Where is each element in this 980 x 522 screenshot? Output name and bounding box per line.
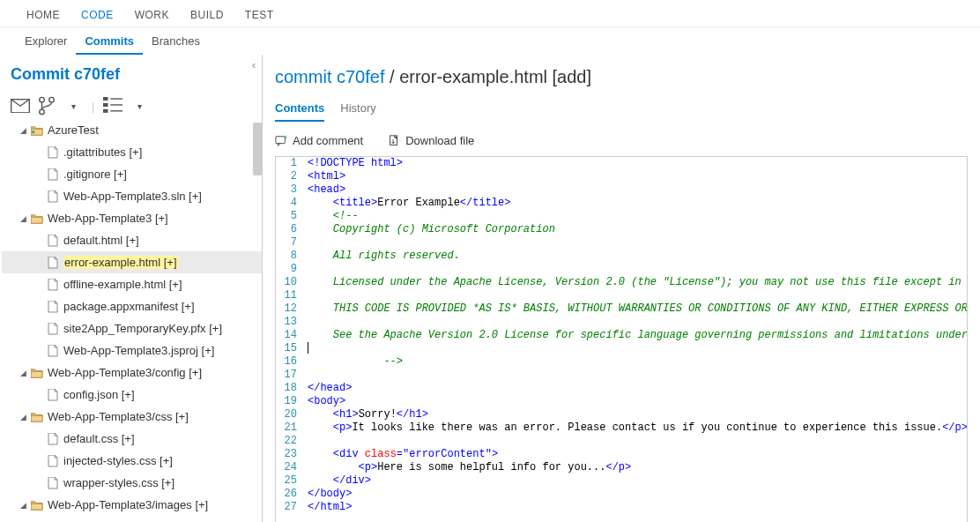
tree-item[interactable]: offline-example.html [+] [2,273,262,295]
tree-twisty-open[interactable]: ◢ [18,501,28,510]
code-line: 7 [276,236,967,250]
collapse-pane-button[interactable]: ‹ [245,58,263,72]
line-number: 19 [276,395,304,408]
code-line: 2<html> [276,170,967,183]
file-actions: + Add comment Download file [263,122,980,156]
line-number: 5 [276,210,304,223]
add-comment-button[interactable]: + Add comment [275,134,363,147]
tab-contents[interactable]: Contents [275,101,324,122]
line-number: 8 [276,250,304,263]
add-comment-label: Add comment [293,134,363,147]
line-number: 25 [276,474,304,488]
mail-icon[interactable] [11,98,30,114]
sub-nav-branches[interactable]: Branches [143,31,209,55]
svg-rect-8 [103,109,108,113]
tree-item[interactable]: ◢Web-App-Template3/images [+] [2,494,262,516]
code-content: <h1>Sorry!</h1> [304,408,967,421]
tree-item[interactable]: site2App_TemporaryKey.pfx [+] [2,317,262,339]
svg-text:+: + [284,135,287,141]
tree-item[interactable]: config.json [+] [2,384,262,406]
tree-item-label: Web-App-Template3 [+] [48,212,168,225]
scrollbar-thumb[interactable] [253,123,262,175]
toolbar-separator: | [90,100,96,113]
svg-rect-15 [31,503,42,510]
tree-item[interactable]: ◢AzureTest [2,119,262,141]
svg-point-2 [49,97,55,102]
code-line: 22 [276,435,967,448]
file-icon [46,432,60,446]
pane-toolbar: ▾ | ▾ [0,93,262,119]
pane-header: Commit c70fef [0,55,262,93]
folder-icon [30,212,44,226]
top-nav-build[interactable]: BUILD [180,5,234,26]
line-number: 2 [276,170,304,183]
sub-nav-explorer[interactable]: Explorer [16,31,76,55]
file-icon [46,145,60,160]
breadcrumb-commit-link[interactable]: commit c70fef [275,67,384,86]
code-content: </head> [304,382,967,395]
code-content: --> [304,355,967,369]
branch-dropdown-icon[interactable]: ▾ [63,98,83,114]
code-content: <div class="errorContent"> [304,448,967,461]
code-content: <title>Error Example</title> [304,197,967,210]
tree-item[interactable]: package.appxmanifest [+] [2,295,262,317]
tree-item[interactable]: default.html [+] [2,229,262,251]
code-line: 3<head> [276,183,967,197]
svg-rect-9 [111,111,123,112]
tree-twisty-open[interactable]: ◢ [18,214,28,223]
sub-nav-commits[interactable]: Commits [76,31,143,55]
top-nav-work[interactable]: WORK [124,5,180,26]
tree-item-label: Web-App-Template3/css [+] [48,410,189,423]
svg-point-1 [40,97,45,102]
branch-icon[interactable] [37,98,56,114]
list-view-dropdown-icon[interactable]: ▾ [130,98,149,114]
tree-item-label: .gitignore [+] [63,168,127,181]
tree-twisty-open[interactable]: ◢ [18,369,28,377]
sub-nav: ExplorerCommitsBranches [0,27,980,55]
code-content: Licensed under the Apache License, Versi… [304,276,967,289]
tree-item[interactable]: ◢Web-App-Template3/css [+] [2,406,262,428]
tree-item-label: .gitattributes [+] [63,145,142,159]
file-icon [46,476,60,490]
code-content: <!DOCTYPE html> [304,157,967,170]
tree-item[interactable]: injected-styles.css [+] [2,450,262,472]
line-number: 10 [276,276,304,289]
svg-point-11 [32,130,34,133]
download-file-button[interactable]: Download file [388,134,474,147]
tree-item[interactable]: ◢Web-App-Template3/config [+] [2,362,262,384]
tree-item[interactable]: wrapper-styles.css [+] [2,472,262,494]
top-nav-home[interactable]: HOME [16,5,71,26]
tree-item[interactable]: Web-App-Template3.sln [+] [2,185,262,207]
main-body: ‹ Commit c70fef ▾ | ▾ ◢AzureTest.gitattr… [0,55,980,522]
tab-history[interactable]: History [340,101,375,122]
line-number: 7 [276,236,304,250]
tree-item[interactable]: .gitattributes [+] [2,141,262,163]
tree-item[interactable]: default.css [+] [2,428,262,450]
file-tree-scroll[interactable]: ◢AzureTest.gitattributes [+].gitignore [… [0,119,262,522]
top-nav-code[interactable]: CODE [71,5,124,26]
code-line: 21 <p>It looks like there was an error. … [276,421,967,435]
tree-item[interactable]: ◢Web-App-Template3 [+] [2,207,262,229]
top-nav-test[interactable]: TEST [234,5,285,26]
tree-item[interactable]: error-example.html [+] [2,251,262,273]
tree-item[interactable]: Web-App-Template3.jsproj [+] [2,339,262,362]
code-content: </div> [304,474,967,488]
line-number: 27 [276,501,304,514]
file-icon [46,322,60,336]
line-number: 3 [276,183,304,197]
file-icon [46,454,60,468]
list-view-icon[interactable] [103,98,122,114]
code-viewer[interactable]: 1<!DOCTYPE html>2<html>3<head>4 <title>E… [275,156,968,522]
code-content: Copyright (c) Microsoft Corporation [304,223,967,236]
code-line: 4 <title>Error Example</title> [276,197,967,210]
line-number: 22 [276,435,304,448]
folder-icon [30,366,44,380]
code-content [304,263,967,276]
code-line: 23 <div class="errorContent"> [276,448,967,461]
tree-item-label: Web-App-Template3.jsproj [+] [63,344,214,357]
tree-twisty-open[interactable]: ◢ [18,126,28,135]
code-content: <head> [304,183,967,197]
tree-twisty-open[interactable]: ◢ [18,413,28,421]
tree-item-label: offline-example.html [+] [63,278,182,291]
tree-item[interactable]: .gitignore [+] [2,163,262,185]
